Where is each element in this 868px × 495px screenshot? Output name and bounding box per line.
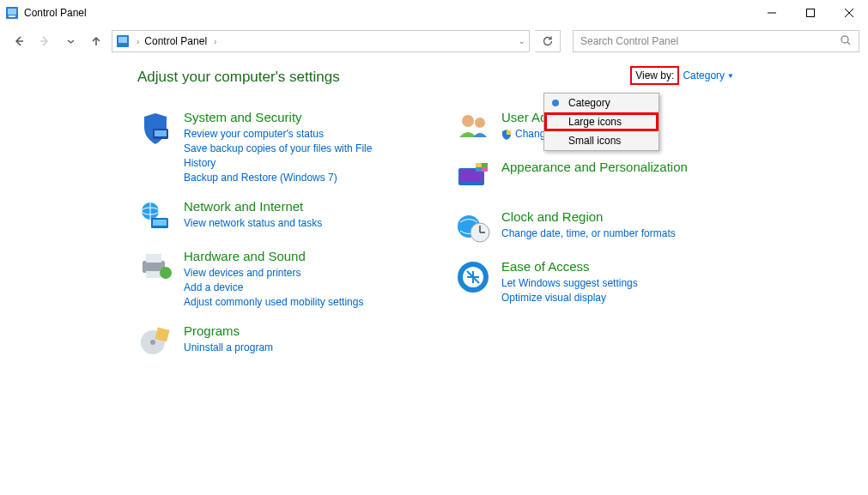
content-area: Adjust your computer's settings View by:… (0, 57, 868, 373)
svg-rect-19 (153, 220, 167, 226)
up-button[interactable] (86, 31, 106, 51)
navigation-row: › Control Panel › ⌄ Search Control Panel (0, 26, 868, 57)
svg-rect-35 (482, 167, 488, 172)
address-dropdown-button[interactable]: ⌄ (519, 37, 525, 45)
category-link[interactable]: Add a device (184, 281, 363, 295)
svg-rect-21 (146, 254, 161, 263)
control-panel-icon (116, 34, 130, 48)
svg-point-27 (462, 115, 474, 127)
svg-rect-1 (8, 9, 16, 15)
chevron-down-icon: ▼ (727, 72, 734, 80)
svg-rect-30 (460, 170, 483, 182)
globe-network-icon (137, 199, 173, 235)
window-title: Control Panel (24, 7, 752, 19)
svg-rect-2 (9, 15, 15, 17)
left-column: System and Security Review your computer… (137, 110, 404, 373)
category-clock-region: Clock and Region Change date, time, or n… (455, 209, 721, 245)
recent-locations-button[interactable] (60, 31, 81, 51)
address-bar-container: › Control Panel › ⌄ Search Control Panel (112, 30, 859, 52)
forward-button[interactable] (34, 31, 55, 51)
uac-shield-icon (501, 130, 512, 140)
category-link[interactable]: Change date, time, or number formats (501, 226, 676, 241)
category-programs: Programs Uninstall a program (137, 323, 404, 359)
svg-rect-22 (146, 271, 161, 278)
clock-globe-icon (455, 209, 491, 245)
svg-rect-11 (118, 37, 127, 43)
view-by-menu-item-small-icons[interactable]: Small icons (544, 131, 659, 150)
svg-rect-32 (476, 163, 482, 167)
svg-rect-34 (476, 167, 482, 172)
svg-point-25 (150, 340, 155, 345)
category-columns: System and Security Review your computer… (137, 110, 868, 373)
category-link[interactable]: Backup and Restore (Windows 7) (184, 171, 404, 185)
view-by-menu: Category Large icons Small icons (543, 93, 659, 151)
programs-icon (137, 323, 173, 359)
search-placeholder: Search Control Panel (580, 35, 840, 47)
category-system-security: System and Security Review your computer… (137, 110, 404, 185)
category-link[interactable]: View network status and tasks (184, 216, 322, 231)
category-link[interactable]: Uninstall a program (184, 341, 273, 355)
view-by-label: View by: (630, 66, 679, 85)
search-icon[interactable] (840, 34, 852, 49)
view-by-value: Category (683, 69, 725, 81)
address-bar[interactable]: › Control Panel › ⌄ (112, 30, 530, 52)
view-by-menu-item-large-icons[interactable]: Large icons (544, 112, 659, 131)
category-hardware-sound: Hardware and Sound View devices and prin… (137, 249, 404, 310)
category-link[interactable]: Review your computer's status (184, 127, 404, 142)
svg-line-13 (847, 42, 850, 45)
svg-rect-4 (806, 9, 814, 17)
title-bar: Control Panel (0, 0, 868, 26)
category-title[interactable]: Network and Internet (184, 199, 322, 214)
category-link[interactable]: Adjust commonly used mobility settings (184, 295, 363, 310)
category-title[interactable]: System and Security (184, 110, 404, 125)
search-input[interactable]: Search Control Panel (573, 30, 859, 52)
category-title[interactable]: Clock and Region (501, 209, 676, 225)
svg-point-23 (160, 267, 172, 279)
breadcrumb[interactable]: Control Panel (144, 35, 207, 47)
shield-monitor-icon (137, 110, 173, 146)
category-ease-of-access: Ease of Access Let Windows suggest setti… (455, 259, 721, 305)
view-by-menu-item-category[interactable]: Category (544, 94, 659, 112)
control-panel-icon (5, 6, 19, 20)
category-title[interactable]: Hardware and Sound (184, 249, 363, 264)
category-link[interactable]: View devices and printers (184, 266, 363, 281)
view-by-control: View by: Category ▼ Category Large icons… (630, 66, 734, 85)
close-button[interactable] (829, 0, 868, 26)
back-button[interactable] (9, 31, 29, 51)
category-title[interactable]: Ease of Access (501, 259, 638, 275)
svg-point-12 (841, 36, 848, 43)
svg-rect-33 (482, 163, 488, 167)
page-heading: Adjust your computer's settings (137, 69, 868, 86)
category-network-internet: Network and Internet View network status… (137, 199, 404, 235)
category-title[interactable]: Appearance and Personalization (501, 160, 688, 175)
chevron-right-icon[interactable]: › (137, 37, 139, 46)
view-by-dropdown[interactable]: Category ▼ (683, 69, 734, 81)
svg-rect-15 (155, 130, 167, 136)
maximize-button[interactable] (791, 0, 829, 26)
category-link[interactable]: Let Windows suggest settings (501, 276, 638, 291)
chevron-right-icon[interactable]: › (214, 37, 216, 46)
window-controls (752, 0, 868, 26)
refresh-button[interactable] (535, 30, 561, 52)
category-link[interactable]: Save backup copies of your files with Fi… (184, 142, 404, 171)
category-link[interactable]: Optimize visual display (501, 291, 638, 305)
users-icon (455, 110, 491, 146)
minimize-button[interactable] (752, 0, 791, 26)
svg-point-28 (475, 118, 485, 128)
category-title[interactable]: Programs (184, 323, 273, 339)
ease-of-access-icon (455, 259, 491, 295)
category-appearance-personalization: Appearance and Personalization (455, 160, 721, 196)
printer-icon (137, 249, 173, 285)
monitor-swatches-icon (455, 160, 491, 196)
